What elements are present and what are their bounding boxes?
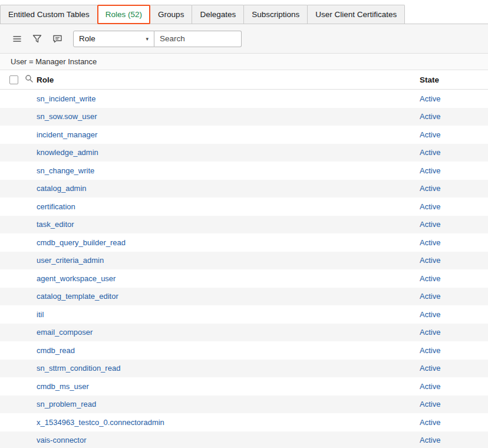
tab-bar: Entitled Custom Tables Roles (52) Groups… — [0, 0, 488, 24]
role-link[interactable]: sn_sow.sow_user — [37, 112, 97, 121]
tab-user-client-certificates[interactable]: User Client Certificates — [307, 5, 405, 24]
tab-subscriptions[interactable]: Subscriptions — [243, 5, 308, 24]
table-header-row: Role State — [0, 70, 488, 90]
table-body: sn_incident_writeActivesn_sow.sow_userAc… — [0, 90, 488, 448]
role-link[interactable]: x_1534963_testco_0.connectoradmin — [37, 418, 164, 427]
table-row: sn_change_writeActive — [0, 162, 488, 180]
state-link[interactable]: Active — [420, 94, 440, 103]
comment-icon — [52, 34, 62, 44]
role-link[interactable]: vais-connector — [37, 436, 87, 444]
role-link[interactable]: sn_sttrm_condition_read — [37, 364, 120, 373]
header-gutter — [0, 74, 37, 85]
filter-icon — [32, 34, 42, 44]
role-link[interactable]: knowledge_admin — [37, 148, 98, 157]
table-row: cmdb_query_builder_readActive — [0, 233, 488, 252]
role-link[interactable]: sn_problem_read — [37, 400, 96, 409]
table-row: agent_workspace_userActive — [0, 269, 488, 288]
role-link[interactable]: itil — [37, 310, 44, 319]
list-menu-button[interactable] — [8, 30, 26, 48]
state-link[interactable]: Active — [420, 400, 440, 409]
state-link[interactable]: Active — [420, 274, 440, 283]
state-link[interactable]: Active — [420, 436, 440, 444]
role-link[interactable]: cmdb_read — [37, 346, 75, 355]
state-link[interactable]: Active — [420, 148, 440, 157]
menu-icon — [12, 34, 22, 44]
state-link[interactable]: Active — [420, 418, 440, 427]
state-link[interactable]: Active — [420, 346, 440, 355]
role-link[interactable]: cmdb_query_builder_read — [37, 238, 126, 247]
role-link[interactable]: catalog_admin — [37, 184, 87, 193]
table-row: catalog_template_editorActive — [0, 288, 488, 306]
state-link[interactable]: Active — [420, 256, 440, 265]
role-link[interactable]: sn_change_write — [37, 166, 94, 175]
table-row: itilActive — [0, 305, 488, 324]
tab-groups[interactable]: Groups — [150, 5, 192, 24]
role-link[interactable]: incident_manager — [37, 130, 97, 139]
select-all-checkbox[interactable] — [9, 75, 18, 84]
state-link[interactable]: Active — [420, 130, 440, 139]
state-link[interactable]: Active — [420, 382, 440, 391]
state-link[interactable]: Active — [420, 292, 440, 301]
state-link[interactable]: Active — [420, 364, 440, 373]
state-link[interactable]: Active — [420, 184, 440, 193]
state-link[interactable]: Active — [420, 220, 440, 229]
tab-entitled-custom-tables[interactable]: Entitled Custom Tables — [0, 5, 98, 24]
table-row: user_criteria_adminActive — [0, 252, 488, 270]
table-row: task_editorActive — [0, 216, 488, 234]
breadcrumb[interactable]: User = Manager Instance — [11, 57, 97, 66]
search-input[interactable] — [154, 31, 242, 47]
table-row: incident_managerActive — [0, 126, 488, 144]
table-row: catalog_adminActive — [0, 180, 488, 198]
filter-button[interactable] — [28, 30, 46, 48]
table-row: certificationActive — [0, 197, 488, 216]
role-link[interactable]: task_editor — [37, 220, 74, 229]
role-link[interactable]: certification — [37, 202, 75, 211]
state-link[interactable]: Active — [420, 328, 440, 337]
comment-button[interactable] — [48, 30, 66, 48]
state-link[interactable]: Active — [420, 166, 440, 175]
table-row: cmdb_ms_userActive — [0, 377, 488, 396]
tab-roles[interactable]: Roles (52) — [97, 5, 150, 24]
state-link[interactable]: Active — [420, 310, 440, 319]
state-link[interactable]: Active — [420, 238, 440, 247]
tab-delegates[interactable]: Delegates — [192, 5, 244, 24]
chevron-down-icon: ▾ — [146, 36, 149, 42]
state-link[interactable]: Active — [420, 202, 440, 211]
table-row: email_composerActive — [0, 324, 488, 342]
search-row-icon[interactable] — [25, 74, 34, 85]
search-column-value: Role — [79, 34, 95, 43]
table-row: cmdb_readActive — [0, 341, 488, 360]
table-row: sn_sttrm_condition_readActive — [0, 360, 488, 378]
role-link[interactable]: catalog_template_editor — [37, 292, 118, 301]
table-row: sn_sow.sow_userActive — [0, 108, 488, 126]
table-row: knowledge_adminActive — [0, 144, 488, 162]
role-link[interactable]: cmdb_ms_user — [37, 382, 89, 391]
role-link[interactable]: user_criteria_admin — [37, 256, 104, 265]
table-row: vais-connectorActive — [0, 431, 488, 448]
column-header-state[interactable]: State — [420, 75, 488, 84]
role-link[interactable]: email_composer — [37, 328, 93, 337]
table-row: sn_problem_readActive — [0, 396, 488, 414]
state-link[interactable]: Active — [420, 112, 440, 121]
search-column-select[interactable]: Role ▾ — [73, 31, 154, 47]
role-link[interactable]: sn_incident_write — [37, 94, 95, 103]
list-toolbar: Role ▾ — [0, 24, 488, 54]
column-header-role[interactable]: Role — [37, 75, 420, 84]
role-link[interactable]: agent_workspace_user — [37, 274, 116, 283]
table-row: sn_incident_writeActive — [0, 90, 488, 108]
breadcrumb-bar: User = Manager Instance — [0, 54, 488, 70]
table-row: x_1534963_testco_0.connectoradminActive — [0, 413, 488, 431]
